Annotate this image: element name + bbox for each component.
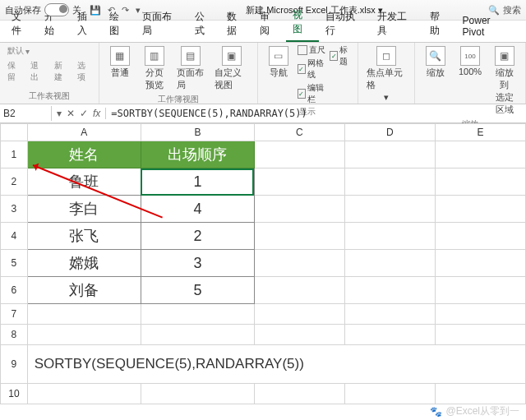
cell[interactable] [344, 304, 435, 325]
toggle-switch[interactable] [44, 3, 69, 16]
cell[interactable] [435, 304, 525, 325]
cell[interactable]: 嫦娥 [27, 250, 141, 277]
cell[interactable] [344, 141, 435, 168]
cell[interactable]: 李白 [27, 196, 141, 223]
table-header-order[interactable]: 出场顺序 [141, 141, 254, 168]
pagelayout-button[interactable]: ▤页面布局 [173, 44, 208, 93]
col-header[interactable]: D [344, 124, 435, 141]
cell-selected[interactable]: 1 [141, 168, 254, 196]
worksheet[interactable]: A B C D E 1 姓名 出场顺序 2 鲁班 1 3 李白 4 4 张飞 2… [0, 123, 526, 420]
tab-view[interactable]: 视图 [286, 4, 319, 42]
tab-data[interactable]: 数据 [220, 6, 253, 42]
row-header[interactable]: 10 [1, 384, 28, 404]
row-header[interactable]: 9 [1, 345, 28, 384]
row-header[interactable]: 7 [1, 304, 28, 325]
col-header[interactable]: A [27, 124, 141, 141]
cell[interactable]: 刘备 [27, 277, 141, 304]
customview-button[interactable]: ▣自定义视图 [211, 44, 252, 93]
fx-icon[interactable]: fx [93, 108, 100, 119]
options-button[interactable]: 选项 [75, 59, 93, 84]
cell[interactable]: 4 [141, 196, 254, 223]
row-header[interactable]: 5 [1, 250, 28, 277]
tab-developer[interactable]: 开发工具 [371, 6, 423, 42]
select-all-corner[interactable] [1, 124, 28, 141]
cell[interactable] [141, 304, 254, 325]
tab-help[interactable]: 帮助 [423, 6, 456, 42]
exit-button[interactable]: 退出 [28, 59, 46, 84]
row-header[interactable]: 2 [1, 168, 28, 196]
cell[interactable] [344, 250, 435, 277]
tab-formulas[interactable]: 公式 [188, 6, 221, 42]
gridlines-check[interactable]: ✓网格线 [298, 58, 327, 81]
cell[interactable]: 3 [141, 250, 254, 277]
dropdown-icon[interactable]: ▾ [57, 108, 62, 119]
cell[interactable] [435, 223, 525, 250]
cell[interactable] [344, 325, 435, 345]
cell[interactable] [254, 384, 344, 404]
cell[interactable] [435, 168, 525, 196]
col-header[interactable]: E [435, 124, 525, 141]
cell[interactable] [435, 384, 525, 404]
enter-icon[interactable]: ✓ [80, 108, 88, 119]
cell[interactable] [254, 141, 344, 168]
tab-powerpivot[interactable]: Power Pivot [456, 11, 521, 42]
tab-draw[interactable]: 绘图 [103, 6, 136, 42]
cell[interactable] [254, 168, 344, 196]
new-button[interactable]: 新建 [52, 59, 70, 84]
default-view[interactable]: 默认 ▾ [5, 44, 32, 58]
cell[interactable] [344, 277, 435, 304]
cell[interactable] [254, 277, 344, 304]
cell[interactable] [435, 325, 525, 345]
cell[interactable] [435, 250, 525, 277]
cell[interactable] [254, 304, 344, 325]
formula-bar[interactable]: =SORTBY(SEQUENCE(5),RANDARRAY(5)) [106, 106, 526, 121]
col-header[interactable]: C [254, 124, 344, 141]
cell[interactable] [254, 250, 344, 277]
zoom-100-button[interactable]: 100100% [454, 44, 486, 78]
cell[interactable]: 鲁班 [27, 168, 141, 196]
checkbox-icon: ✓ [298, 89, 306, 99]
cell[interactable] [344, 384, 435, 404]
headings-check[interactable]: ✓标题 [330, 44, 353, 67]
cell[interactable] [254, 325, 344, 345]
row-header[interactable]: 6 [1, 277, 28, 304]
col-header[interactable]: B [141, 124, 254, 141]
cell[interactable] [27, 325, 141, 345]
cell[interactable] [435, 196, 525, 223]
row-header[interactable]: 3 [1, 196, 28, 223]
cell[interactable]: 5 [141, 277, 254, 304]
pagebreak-button[interactable]: ▥分页 预览 [139, 44, 170, 93]
cell[interactable] [27, 384, 141, 404]
cell[interactable] [254, 223, 344, 250]
cell[interactable]: 2 [141, 223, 254, 250]
row-header[interactable]: 4 [1, 223, 28, 250]
normal-view-button[interactable]: ▦普通 [104, 44, 136, 81]
tab-review[interactable]: 审阅 [253, 6, 286, 42]
navigation-button[interactable]: ▭导航 [263, 44, 294, 81]
cell[interactable] [435, 141, 525, 168]
cell[interactable] [344, 223, 435, 250]
cell[interactable] [344, 168, 435, 196]
cell[interactable] [27, 304, 141, 325]
cell[interactable] [254, 196, 344, 223]
cell[interactable] [141, 325, 254, 345]
formula-display-cell[interactable]: SORTBY(SEQUENCE(5),RANDARRAY(5)) [27, 345, 525, 384]
formula-bar-check[interactable]: ✓编辑栏 [298, 82, 327, 105]
tab-automate[interactable]: 自动执行 [319, 6, 371, 42]
tab-insert[interactable]: 插入 [71, 6, 104, 42]
table-header-name[interactable]: 姓名 [27, 141, 141, 168]
cell[interactable]: 张飞 [27, 223, 141, 250]
name-box[interactable]: B2 [0, 106, 52, 121]
cancel-icon[interactable]: ✕ [67, 108, 75, 119]
keep-button[interactable]: 保留 [5, 59, 23, 84]
ruler-check[interactable]: 直尺 [298, 44, 327, 56]
row-header[interactable]: 8 [1, 325, 28, 345]
tab-file[interactable]: 文件 [5, 6, 38, 42]
focus-cell-button[interactable]: ◻焦点单元格 ▾ [363, 44, 409, 104]
cell[interactable] [141, 384, 254, 404]
row-header[interactable]: 1 [1, 141, 28, 168]
cell[interactable] [344, 196, 435, 223]
cell[interactable] [435, 277, 525, 304]
zoom-button[interactable]: 🔍缩放 [420, 44, 451, 81]
tab-pagelayout[interactable]: 页面布局 [136, 6, 188, 42]
